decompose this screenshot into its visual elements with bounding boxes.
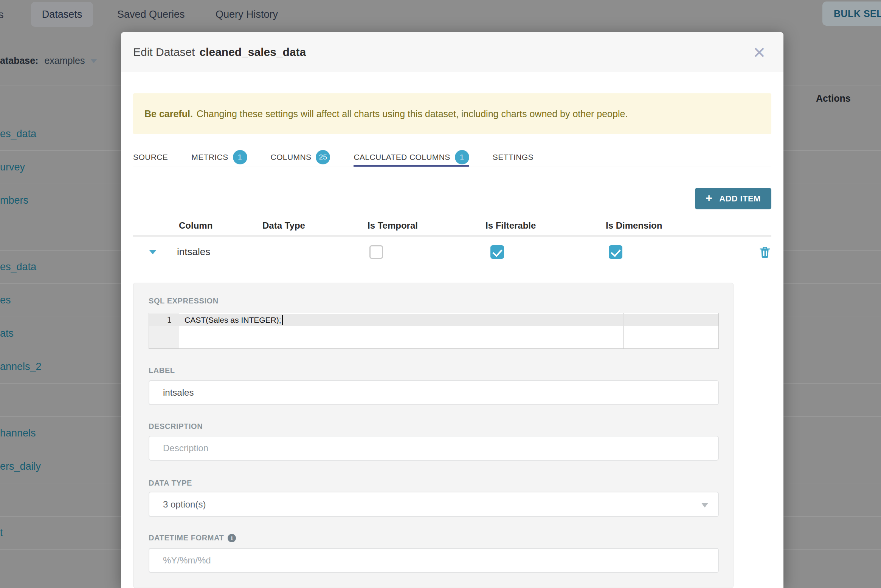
data-type-select-value: 3 option(s) [163, 499, 206, 510]
modal-tab-calculated-columns[interactable]: CALCULATED COLUMNS1 [354, 150, 469, 167]
sql-expression-editor[interactable]: 1 CAST(Sales as INTEGER); [149, 313, 719, 349]
database-filter-value[interactable]: examples [44, 55, 85, 66]
text-cursor [282, 315, 283, 325]
warning-banner-bold: Be careful. [144, 108, 193, 119]
editor-print-margin [623, 313, 624, 348]
close-icon[interactable]: ✕ [749, 42, 770, 63]
tab-label: CALCULATED COLUMNS [354, 153, 450, 162]
row-expand-caret-icon[interactable] [149, 250, 157, 254]
dataset-link[interactable]: es_data [0, 261, 36, 273]
data-type-field-label: DATA TYPE [149, 479, 192, 487]
plus-icon: + [706, 192, 712, 204]
tab-label: COLUMNS [271, 153, 312, 162]
column-name: intsales [177, 246, 210, 258]
dataset-link[interactable]: ats [0, 328, 14, 339]
datetime-format-label-text: DATETIME FORMAT [149, 534, 224, 542]
modal-tab-columns[interactable]: COLUMNS25 [271, 150, 330, 167]
chevron-down-icon[interactable] [91, 59, 97, 63]
sql-expression-label: SQL EXPRESSION [149, 297, 219, 305]
sql-code-text: CAST(Sales as INTEGER); [185, 316, 281, 325]
modal-tab-bar: SOURCEMETRICS1COLUMNS25CALCULATED COLUMN… [133, 150, 534, 167]
chevron-down-icon [701, 503, 708, 508]
modal-tab-settings[interactable]: SETTINGS [493, 150, 534, 167]
label-input[interactable] [149, 380, 719, 405]
calculated-column-editor-panel: SQL EXPRESSION 1 CAST(Sales as INTEGER);… [133, 283, 734, 588]
dataset-link[interactable]: es [0, 294, 11, 306]
database-filter[interactable]: atabase: examples [0, 54, 97, 67]
tab-count-badge: 1 [233, 150, 247, 164]
dataset-link[interactable]: hannels [0, 427, 36, 439]
delete-column-trash-icon[interactable] [759, 246, 771, 260]
modal-title: Edit Dataset cleaned_sales_data [133, 32, 306, 72]
edit-dataset-modal: Edit Dataset cleaned_sales_data ✕ Be car… [121, 32, 783, 588]
tab-count-badge: 25 [316, 150, 330, 164]
column-header-column: Column [179, 220, 212, 231]
dataset-link[interactable]: ers_daily [0, 461, 41, 472]
tab-bar-divider [133, 167, 771, 167]
description-input[interactable] [149, 436, 719, 461]
dataset-link[interactable]: t [0, 527, 3, 539]
description-field-label: DESCRIPTION [149, 422, 203, 431]
add-item-label: ADD ITEM [719, 194, 761, 204]
warning-banner: Be careful. Changing these settings will… [133, 93, 771, 134]
modal-tab-source[interactable]: SOURCE [133, 150, 168, 167]
bulk-select-button[interactable]: BULK SELECT [822, 2, 881, 26]
data-type-select[interactable]: 3 option(s) [149, 492, 719, 517]
screen: s Datasets Saved Queries Query History B… [0, 0, 881, 588]
dataset-link[interactable]: es_data [0, 128, 36, 140]
actions-column-header: Actions [816, 93, 851, 104]
is-filterable-checkbox[interactable] [490, 245, 504, 259]
column-header-is-temporal: Is Temporal [368, 220, 418, 231]
label-field-label: LABEL [149, 366, 175, 375]
modal-header: Edit Dataset cleaned_sales_data ✕ [121, 32, 783, 72]
is-dimension-checkbox[interactable] [609, 245, 622, 259]
info-icon[interactable]: i [228, 534, 236, 542]
nav-tab-cut-fragment[interactable]: s [0, 9, 4, 21]
dataset-link[interactable]: annels_2 [0, 361, 42, 373]
column-header-data-type: Data Type [262, 220, 305, 231]
datetime-format-field-label: DATETIME FORMAT i [149, 534, 236, 542]
nav-tab-query-history[interactable]: Query History [216, 0, 278, 29]
calculated-columns-header-row: ColumnData TypeIs TemporalIs FilterableI… [121, 220, 783, 232]
modal-title-dataset-name: cleaned_sales_data [199, 46, 306, 59]
modal-title-prefix: Edit Dataset [133, 46, 195, 59]
column-header-is-dimension: Is Dimension [606, 220, 662, 231]
nav-tab-saved-queries[interactable]: Saved Queries [117, 0, 185, 29]
datetime-format-input[interactable] [149, 548, 719, 573]
dataset-link[interactable]: urvey [0, 161, 25, 173]
nav-tab-datasets[interactable]: Datasets [31, 2, 93, 27]
warning-banner-text: Changing these settings will affect all … [197, 108, 628, 119]
database-filter-label: atabase: [0, 55, 38, 66]
is-temporal-checkbox[interactable] [369, 245, 383, 259]
column-header-is-filterable: Is Filterable [485, 220, 536, 231]
modal-tab-metrics[interactable]: METRICS1 [191, 150, 247, 167]
table-header-divider [133, 235, 771, 237]
tab-label: SETTINGS [493, 153, 534, 162]
tab-label: METRICS [191, 153, 228, 162]
dataset-link[interactable]: mbers [0, 195, 28, 206]
tab-count-badge: 1 [455, 150, 469, 164]
sql-code-line[interactable]: CAST(Sales as INTEGER); [185, 314, 283, 326]
tab-label: SOURCE [133, 153, 168, 162]
add-item-button[interactable]: + ADD ITEM [695, 188, 771, 209]
editor-line-number: 1 [149, 314, 179, 326]
